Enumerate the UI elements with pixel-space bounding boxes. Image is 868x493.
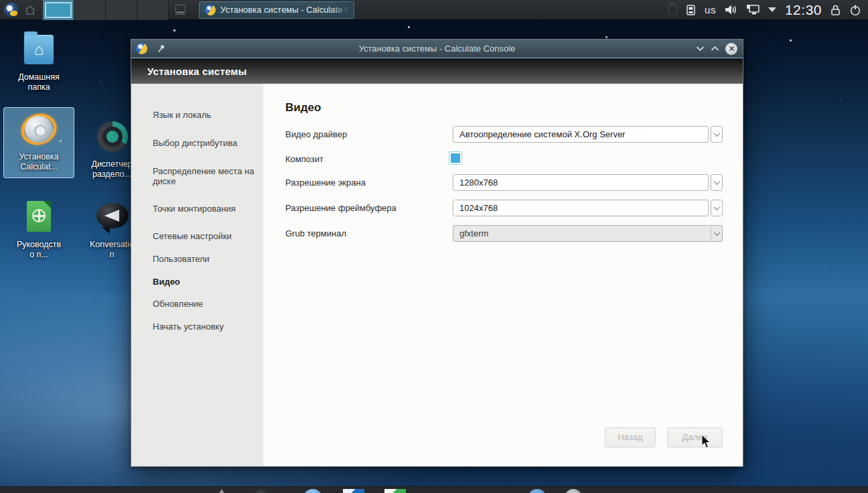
chevron-down-icon[interactable]: [711, 126, 723, 143]
konversation-icon: [93, 200, 131, 234]
bottom-dock-strip: [0, 486, 868, 493]
workspace-4[interactable]: [137, 0, 169, 20]
workspace-3[interactable]: [106, 0, 137, 20]
window-title: Установка системы - Calculate Console: [131, 44, 743, 54]
sidebar-item-distribution[interactable]: Выбор дистрибутива: [153, 138, 257, 148]
grub-terminal-value: gfxterm: [453, 225, 711, 242]
tray-expander-icon[interactable]: [768, 7, 776, 12]
screen-resolution-select[interactable]: 1280x768: [453, 174, 723, 191]
icon-label: УстановкаCalculat...: [4, 152, 74, 172]
handbook-icon: [20, 200, 58, 234]
icon-label: Домашняяпапка: [3, 72, 74, 92]
framebuffer-resolution-select[interactable]: 1024x768: [453, 200, 723, 216]
icon-label: Руководство п...: [3, 240, 74, 260]
composite-label: Композит: [285, 151, 323, 167]
dock-blue-circle-icon: [528, 489, 547, 493]
dock-blue-sphere-icon: [303, 489, 323, 493]
sidebar-item-update[interactable]: Обновление: [153, 299, 257, 309]
workspace-2[interactable]: [74, 0, 106, 20]
grub-terminal-select: gfxterm: [453, 225, 723, 242]
show-desktop-button[interactable]: [175, 5, 186, 15]
framebuffer-resolution-label: Разрешение фреймбуфера: [285, 200, 396, 216]
sidebar-item-users[interactable]: Пользователи: [153, 254, 257, 264]
volume-icon[interactable]: [725, 4, 737, 15]
chevron-down-icon[interactable]: [711, 200, 723, 216]
sidebar-item-language[interactable]: Язык и локаль: [153, 110, 257, 120]
video-driver-label: Видео драйвер: [285, 126, 347, 143]
checkbox-checked-mark: [451, 153, 460, 163]
window-titlebar[interactable]: Установка системы - Calculate Console: [131, 40, 743, 58]
installer-steps-sidebar: Язык и локаль Выбор дистрибутива Распред…: [131, 84, 263, 466]
app-launcher-icon[interactable]: [4, 3, 19, 17]
power-icon[interactable]: [849, 4, 861, 16]
taskbar-entry[interactable]: Установка системы - Calculate Co: [199, 1, 354, 19]
close-icon: [729, 46, 735, 52]
dock-blue-app-icon: [343, 489, 364, 493]
composite-checkbox[interactable]: [449, 151, 462, 165]
sidebar-item-network[interactable]: Сетевые настройки: [153, 231, 257, 241]
sidebar-item-disk-layout[interactable]: Распределение места на диске: [153, 166, 257, 186]
lock-icon[interactable]: [830, 4, 841, 16]
desktop-icon-handbook[interactable]: Руководство п...: [3, 200, 74, 260]
back-button[interactable]: Назад: [605, 427, 656, 447]
sidebar-item-mount-points[interactable]: Точки монтирования: [153, 204, 257, 214]
sidebar-item-video[interactable]: Видео: [153, 277, 257, 287]
workspace-pager: [43, 0, 169, 20]
sidebar-item-start-install[interactable]: Начать установку: [153, 322, 257, 332]
taskbar-entry-fade: [331, 2, 354, 18]
video-settings-pane: Видео Видео драйвер Автоопределение сист…: [263, 84, 743, 466]
install-cd-icon: [20, 112, 58, 147]
clock[interactable]: 12:30: [785, 2, 822, 18]
dock-dark-icon: [253, 489, 271, 493]
dock-green-app-icon: [384, 489, 406, 493]
home-icon[interactable]: [24, 4, 36, 16]
screen-resolution-label: Разрешение экрана: [285, 174, 366, 191]
header-title: Установка системы: [147, 66, 247, 77]
trash-icon[interactable]: [668, 5, 677, 15]
framebuffer-resolution-value: 1024x768: [453, 200, 709, 216]
screen-resolution-value: 1280x768: [453, 174, 709, 191]
dock-cursor-icon: [218, 489, 225, 493]
grub-terminal-label: Grub терминал: [285, 225, 346, 242]
minimize-button[interactable]: [696, 46, 705, 52]
keyboard-layout-indicator[interactable]: us: [705, 4, 716, 15]
network-icon[interactable]: [746, 4, 760, 15]
device-notifier-icon[interactable]: [686, 5, 696, 15]
dock-gray-circle-icon: [565, 489, 582, 493]
taskbar-entry-icon: [205, 5, 216, 15]
window-header: Установка системы: [131, 58, 743, 84]
chevron-down-icon: [711, 225, 723, 242]
mouse-cursor: [701, 434, 711, 449]
chevron-down-icon[interactable]: [711, 174, 723, 191]
video-driver-select[interactable]: Автоопределение системой X.Org Server: [453, 126, 723, 143]
installer-window: Установка системы - Calculate Console Ус…: [131, 39, 743, 467]
desktop-icon-install-calculate[interactable]: УстановкаCalculat...: [3, 107, 74, 178]
home-folder-icon: ⌂: [20, 32, 58, 67]
video-driver-value: Автоопределение системой X.Org Server: [453, 126, 709, 143]
page-title: Видео: [285, 101, 321, 115]
next-button[interactable]: Далее: [667, 427, 723, 447]
desktop-icon-home-folder[interactable]: ⌂ Домашняяпапка: [3, 32, 74, 92]
workspace-1[interactable]: [43, 0, 74, 20]
top-panel: Установка системы - Calculate Co us 12:3…: [0, 0, 868, 20]
system-tray: us 12:30: [668, 2, 868, 18]
partition-manager-icon: [93, 119, 131, 154]
close-button[interactable]: [725, 43, 737, 55]
maximize-button[interactable]: [711, 46, 719, 52]
